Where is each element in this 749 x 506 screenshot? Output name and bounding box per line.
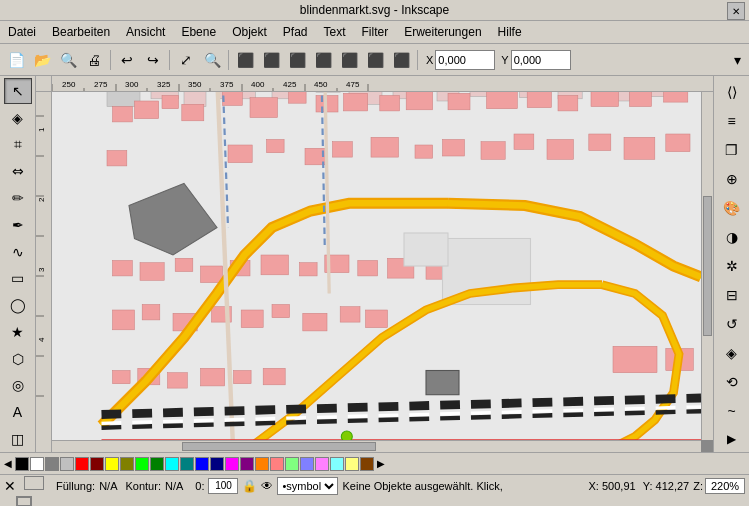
panel-paint-bucket[interactable]: ⟲	[718, 368, 746, 396]
horizontal-scrollbar[interactable]	[52, 440, 701, 452]
panel-snap[interactable]: ✲	[718, 252, 746, 280]
tool-pen[interactable]: ✒	[4, 212, 32, 238]
zoom-in-button[interactable]: 🔍	[200, 48, 224, 72]
menu-item-datei[interactable]: Datei	[4, 23, 40, 41]
svg-rect-86	[201, 266, 223, 283]
palette-color-14[interactable]	[225, 457, 239, 471]
symbol-select[interactable]: •symbol	[277, 477, 338, 495]
palette-color-2[interactable]	[45, 457, 59, 471]
tool-pencil[interactable]: ✏	[4, 185, 32, 211]
undo-button[interactable]: ↩	[115, 48, 139, 72]
panel-fill-stroke[interactable]: ◑	[718, 223, 746, 251]
palette-color-1[interactable]	[30, 457, 44, 471]
tool-calligraphy[interactable]: ∿	[4, 239, 32, 265]
palette-color-20[interactable]	[315, 457, 329, 471]
palette-color-21[interactable]	[330, 457, 344, 471]
panel-gradient-editor[interactable]: ◈	[718, 339, 746, 367]
palette-color-7[interactable]	[120, 457, 134, 471]
align-right-button[interactable]: ⬛	[285, 48, 309, 72]
align-left-button[interactable]: ⬛	[233, 48, 257, 72]
palette-color-18[interactable]	[285, 457, 299, 471]
zoom-fit-button[interactable]: ⤢	[174, 48, 198, 72]
tool-gradient[interactable]: ◫	[4, 426, 32, 452]
palette-color-8[interactable]	[135, 457, 149, 471]
palette-color-15[interactable]	[240, 457, 254, 471]
fill-color-box[interactable]	[24, 476, 44, 490]
menu-item-objekt[interactable]: Objekt	[228, 23, 271, 41]
tool-zoom-tool[interactable]: ⌗	[4, 132, 32, 158]
tool-rectangle[interactable]: ▭	[4, 265, 32, 291]
new-button[interactable]: 📄	[4, 48, 28, 72]
panel-swatches[interactable]: 🎨	[718, 194, 746, 222]
distribute-button[interactable]: ⬛	[337, 48, 361, 72]
palette-color-11[interactable]	[180, 457, 194, 471]
palette-color-4[interactable]	[75, 457, 89, 471]
panel-symbols[interactable]: ⊕	[718, 165, 746, 193]
y-coord-input[interactable]	[511, 50, 571, 70]
scrollbar-thumb-horizontal[interactable]	[182, 442, 377, 451]
ungroup-button[interactable]: ⬛	[389, 48, 413, 72]
menu-item-ansicht[interactable]: Ansicht	[122, 23, 169, 41]
panel-path-effects[interactable]: ~	[718, 397, 746, 425]
palette-color-22[interactable]	[345, 457, 359, 471]
menu-item-bearbeiten[interactable]: Bearbeiten	[48, 23, 114, 41]
right-panel-expand[interactable]: ▶	[725, 430, 738, 448]
palette-color-19[interactable]	[300, 457, 314, 471]
panel-objects[interactable]: ❐	[718, 136, 746, 164]
panel-xml-editor[interactable]: ⟨⟩	[718, 78, 746, 106]
palette-color-5[interactable]	[90, 457, 104, 471]
scrollbar-thumb-vertical[interactable]	[703, 196, 712, 335]
canvas-area[interactable]: 250 275 300 325 350 375 400 425 450 475	[36, 76, 713, 452]
menu-item-text[interactable]: Text	[320, 23, 350, 41]
tool-spiral[interactable]: ◎	[4, 373, 32, 399]
palette-color-23[interactable]	[360, 457, 374, 471]
palette-color-9[interactable]	[150, 457, 164, 471]
palette-color-10[interactable]	[165, 457, 179, 471]
tool-star[interactable]: ★	[4, 319, 32, 345]
svg-text:1: 1	[37, 127, 46, 132]
palette-color-6[interactable]	[105, 457, 119, 471]
align-center-button[interactable]: ⬛	[259, 48, 283, 72]
x-coord-input[interactable]	[435, 50, 495, 70]
no-color-button[interactable]: ✕	[4, 478, 16, 494]
open-button[interactable]: 📂	[30, 48, 54, 72]
close-button[interactable]: ✕	[727, 2, 745, 20]
toolbar-expand[interactable]: ▾	[730, 50, 745, 70]
stroke-color-box[interactable]	[16, 496, 32, 507]
tool-text-tool[interactable]: A	[4, 399, 32, 425]
canvas-viewport[interactable]	[52, 92, 701, 440]
group-button[interactable]: ⬛	[363, 48, 387, 72]
lock-icon[interactable]: 🔒	[242, 479, 257, 493]
palette-color-12[interactable]	[195, 457, 209, 471]
palette-color-3[interactable]	[60, 457, 74, 471]
print-button[interactable]: 🖨	[82, 48, 106, 72]
menu-item-hilfe[interactable]: Hilfe	[494, 23, 526, 41]
palette-color-0[interactable]	[15, 457, 29, 471]
menu-item-ebene[interactable]: Ebene	[177, 23, 220, 41]
save-button[interactable]: 🔍	[56, 48, 80, 72]
redo-button[interactable]: ↪	[141, 48, 165, 72]
panel-align[interactable]: ⊟	[718, 281, 746, 309]
tool-measure[interactable]: ⇔	[4, 158, 32, 184]
vertical-scrollbar[interactable]	[701, 92, 713, 440]
zoom-input[interactable]	[705, 478, 745, 494]
svg-rect-82	[666, 134, 690, 152]
tool-selector[interactable]: ↖	[4, 78, 32, 104]
opacity-input[interactable]	[208, 478, 238, 494]
menu-item-erweiterungen[interactable]: Erweiterungen	[400, 23, 485, 41]
tool-node-editor[interactable]: ◈	[4, 105, 32, 131]
stroke-label: Kontur:	[125, 480, 160, 492]
align-top-button[interactable]: ⬛	[311, 48, 335, 72]
palette-color-17[interactable]	[270, 457, 284, 471]
palette-scroll-right[interactable]: ▶	[375, 458, 387, 469]
panel-transform[interactable]: ↺	[718, 310, 746, 338]
eye-icon[interactable]: 👁	[261, 479, 273, 493]
tool-ellipse[interactable]: ◯	[4, 292, 32, 318]
tool-3d-box[interactable]: ⬡	[4, 346, 32, 372]
palette-color-16[interactable]	[255, 457, 269, 471]
menu-item-filter[interactable]: Filter	[358, 23, 393, 41]
palette-color-13[interactable]	[210, 457, 224, 471]
panel-layers[interactable]: ≡	[718, 107, 746, 135]
menu-item-pfad[interactable]: Pfad	[279, 23, 312, 41]
palette-scroll-left[interactable]: ◀	[2, 458, 14, 469]
